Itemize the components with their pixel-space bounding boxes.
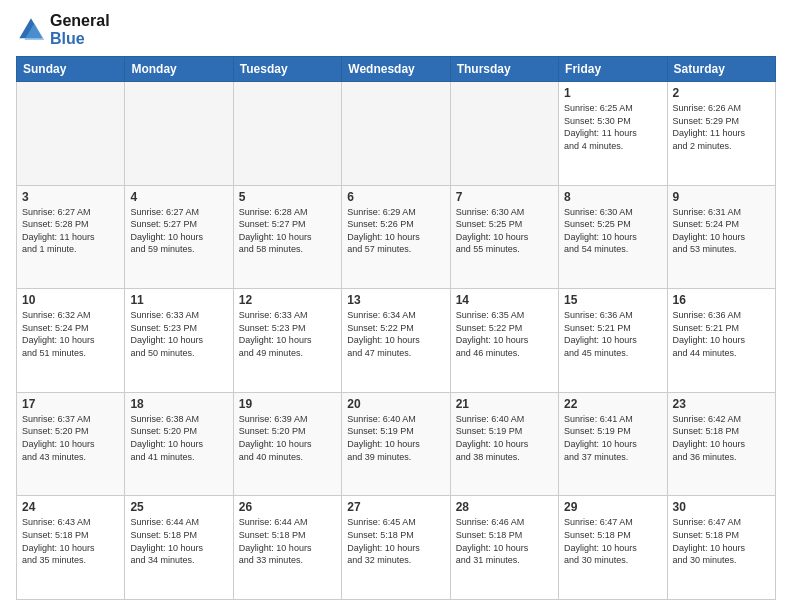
calendar-cell: 13Sunrise: 6:34 AM Sunset: 5:22 PM Dayli…: [342, 289, 450, 393]
day-number: 10: [22, 293, 119, 307]
day-number: 21: [456, 397, 553, 411]
day-number: 9: [673, 190, 770, 204]
day-number: 16: [673, 293, 770, 307]
week-row-4: 17Sunrise: 6:37 AM Sunset: 5:20 PM Dayli…: [17, 392, 776, 496]
day-number: 26: [239, 500, 336, 514]
day-number: 15: [564, 293, 661, 307]
logo-icon: [16, 15, 46, 45]
weekday-thursday: Thursday: [450, 57, 558, 82]
day-number: 18: [130, 397, 227, 411]
calendar-cell: 7Sunrise: 6:30 AM Sunset: 5:25 PM Daylig…: [450, 185, 558, 289]
calendar-cell: 28Sunrise: 6:46 AM Sunset: 5:18 PM Dayli…: [450, 496, 558, 600]
day-info: Sunrise: 6:39 AM Sunset: 5:20 PM Dayligh…: [239, 413, 336, 463]
day-info: Sunrise: 6:44 AM Sunset: 5:18 PM Dayligh…: [130, 516, 227, 566]
logo: General Blue: [16, 12, 110, 48]
calendar-cell: 15Sunrise: 6:36 AM Sunset: 5:21 PM Dayli…: [559, 289, 667, 393]
day-number: 30: [673, 500, 770, 514]
calendar-table: SundayMondayTuesdayWednesdayThursdayFrid…: [16, 56, 776, 600]
calendar-cell: 4Sunrise: 6:27 AM Sunset: 5:27 PM Daylig…: [125, 185, 233, 289]
day-info: Sunrise: 6:26 AM Sunset: 5:29 PM Dayligh…: [673, 102, 770, 152]
calendar-cell: 1Sunrise: 6:25 AM Sunset: 5:30 PM Daylig…: [559, 82, 667, 186]
day-info: Sunrise: 6:44 AM Sunset: 5:18 PM Dayligh…: [239, 516, 336, 566]
day-number: 28: [456, 500, 553, 514]
day-number: 27: [347, 500, 444, 514]
day-info: Sunrise: 6:46 AM Sunset: 5:18 PM Dayligh…: [456, 516, 553, 566]
day-number: 24: [22, 500, 119, 514]
day-info: Sunrise: 6:30 AM Sunset: 5:25 PM Dayligh…: [456, 206, 553, 256]
calendar-cell: 22Sunrise: 6:41 AM Sunset: 5:19 PM Dayli…: [559, 392, 667, 496]
day-info: Sunrise: 6:27 AM Sunset: 5:27 PM Dayligh…: [130, 206, 227, 256]
calendar-cell: 9Sunrise: 6:31 AM Sunset: 5:24 PM Daylig…: [667, 185, 775, 289]
calendar-cell: 29Sunrise: 6:47 AM Sunset: 5:18 PM Dayli…: [559, 496, 667, 600]
calendar-cell: 11Sunrise: 6:33 AM Sunset: 5:23 PM Dayli…: [125, 289, 233, 393]
day-info: Sunrise: 6:28 AM Sunset: 5:27 PM Dayligh…: [239, 206, 336, 256]
day-number: 23: [673, 397, 770, 411]
day-number: 11: [130, 293, 227, 307]
calendar-cell: [233, 82, 341, 186]
day-info: Sunrise: 6:36 AM Sunset: 5:21 PM Dayligh…: [673, 309, 770, 359]
day-info: Sunrise: 6:27 AM Sunset: 5:28 PM Dayligh…: [22, 206, 119, 256]
day-info: Sunrise: 6:34 AM Sunset: 5:22 PM Dayligh…: [347, 309, 444, 359]
day-number: 3: [22, 190, 119, 204]
weekday-monday: Monday: [125, 57, 233, 82]
weekday-saturday: Saturday: [667, 57, 775, 82]
calendar-cell: 27Sunrise: 6:45 AM Sunset: 5:18 PM Dayli…: [342, 496, 450, 600]
calendar-cell: 5Sunrise: 6:28 AM Sunset: 5:27 PM Daylig…: [233, 185, 341, 289]
day-number: 1: [564, 86, 661, 100]
week-row-3: 10Sunrise: 6:32 AM Sunset: 5:24 PM Dayli…: [17, 289, 776, 393]
day-info: Sunrise: 6:43 AM Sunset: 5:18 PM Dayligh…: [22, 516, 119, 566]
day-info: Sunrise: 6:33 AM Sunset: 5:23 PM Dayligh…: [239, 309, 336, 359]
day-number: 14: [456, 293, 553, 307]
weekday-header-row: SundayMondayTuesdayWednesdayThursdayFrid…: [17, 57, 776, 82]
day-info: Sunrise: 6:38 AM Sunset: 5:20 PM Dayligh…: [130, 413, 227, 463]
day-info: Sunrise: 6:33 AM Sunset: 5:23 PM Dayligh…: [130, 309, 227, 359]
day-info: Sunrise: 6:36 AM Sunset: 5:21 PM Dayligh…: [564, 309, 661, 359]
day-info: Sunrise: 6:47 AM Sunset: 5:18 PM Dayligh…: [564, 516, 661, 566]
day-info: Sunrise: 6:40 AM Sunset: 5:19 PM Dayligh…: [456, 413, 553, 463]
page: General Blue SundayMondayTuesdayWednesda…: [0, 0, 792, 612]
day-number: 25: [130, 500, 227, 514]
calendar-cell: 18Sunrise: 6:38 AM Sunset: 5:20 PM Dayli…: [125, 392, 233, 496]
calendar-cell: 25Sunrise: 6:44 AM Sunset: 5:18 PM Dayli…: [125, 496, 233, 600]
day-number: 4: [130, 190, 227, 204]
day-number: 12: [239, 293, 336, 307]
day-info: Sunrise: 6:29 AM Sunset: 5:26 PM Dayligh…: [347, 206, 444, 256]
calendar-cell: [125, 82, 233, 186]
day-info: Sunrise: 6:42 AM Sunset: 5:18 PM Dayligh…: [673, 413, 770, 463]
day-number: 5: [239, 190, 336, 204]
calendar-cell: 16Sunrise: 6:36 AM Sunset: 5:21 PM Dayli…: [667, 289, 775, 393]
day-info: Sunrise: 6:40 AM Sunset: 5:19 PM Dayligh…: [347, 413, 444, 463]
day-number: 19: [239, 397, 336, 411]
calendar-cell: 6Sunrise: 6:29 AM Sunset: 5:26 PM Daylig…: [342, 185, 450, 289]
calendar-cell: 20Sunrise: 6:40 AM Sunset: 5:19 PM Dayli…: [342, 392, 450, 496]
day-info: Sunrise: 6:37 AM Sunset: 5:20 PM Dayligh…: [22, 413, 119, 463]
calendar-cell: [17, 82, 125, 186]
day-number: 29: [564, 500, 661, 514]
day-info: Sunrise: 6:31 AM Sunset: 5:24 PM Dayligh…: [673, 206, 770, 256]
calendar-cell: [342, 82, 450, 186]
week-row-1: 1Sunrise: 6:25 AM Sunset: 5:30 PM Daylig…: [17, 82, 776, 186]
calendar-cell: 24Sunrise: 6:43 AM Sunset: 5:18 PM Dayli…: [17, 496, 125, 600]
week-row-2: 3Sunrise: 6:27 AM Sunset: 5:28 PM Daylig…: [17, 185, 776, 289]
day-info: Sunrise: 6:45 AM Sunset: 5:18 PM Dayligh…: [347, 516, 444, 566]
calendar-cell: 23Sunrise: 6:42 AM Sunset: 5:18 PM Dayli…: [667, 392, 775, 496]
day-number: 7: [456, 190, 553, 204]
day-number: 6: [347, 190, 444, 204]
calendar-cell: 3Sunrise: 6:27 AM Sunset: 5:28 PM Daylig…: [17, 185, 125, 289]
day-info: Sunrise: 6:25 AM Sunset: 5:30 PM Dayligh…: [564, 102, 661, 152]
weekday-friday: Friday: [559, 57, 667, 82]
weekday-wednesday: Wednesday: [342, 57, 450, 82]
week-row-5: 24Sunrise: 6:43 AM Sunset: 5:18 PM Dayli…: [17, 496, 776, 600]
calendar-cell: 21Sunrise: 6:40 AM Sunset: 5:19 PM Dayli…: [450, 392, 558, 496]
calendar-cell: 30Sunrise: 6:47 AM Sunset: 5:18 PM Dayli…: [667, 496, 775, 600]
calendar-cell: 26Sunrise: 6:44 AM Sunset: 5:18 PM Dayli…: [233, 496, 341, 600]
day-info: Sunrise: 6:30 AM Sunset: 5:25 PM Dayligh…: [564, 206, 661, 256]
day-info: Sunrise: 6:41 AM Sunset: 5:19 PM Dayligh…: [564, 413, 661, 463]
calendar-cell: 8Sunrise: 6:30 AM Sunset: 5:25 PM Daylig…: [559, 185, 667, 289]
day-number: 13: [347, 293, 444, 307]
weekday-sunday: Sunday: [17, 57, 125, 82]
calendar-cell: [450, 82, 558, 186]
day-number: 8: [564, 190, 661, 204]
calendar-cell: 14Sunrise: 6:35 AM Sunset: 5:22 PM Dayli…: [450, 289, 558, 393]
day-number: 20: [347, 397, 444, 411]
